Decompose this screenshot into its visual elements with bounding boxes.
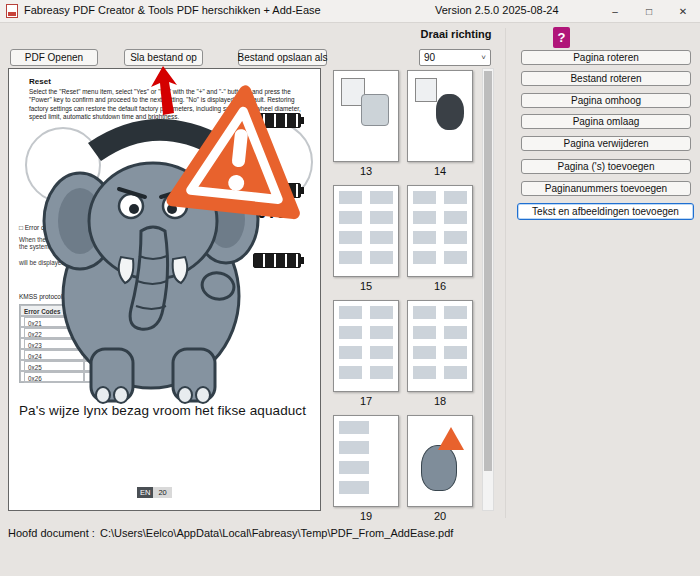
page-thumbnail[interactable]	[333, 300, 399, 392]
add-pages-button[interactable]: Pagina ('s) toevoegen	[521, 159, 691, 174]
close-icon[interactable]: ✕	[666, 0, 700, 22]
thumbnail-content	[339, 76, 393, 156]
save-as-button[interactable]: Bestand opslaan als	[238, 49, 327, 66]
page-footer-badge: EN 20	[137, 487, 172, 498]
save-file-button[interactable]: Sla bestand op	[124, 49, 203, 66]
thumbnail-content	[413, 76, 467, 156]
app-window: Fabreasy PDF Creator & Tools PDF herschi…	[0, 0, 700, 576]
thumbnail-page-number: 14	[407, 165, 473, 177]
thumbnail-content	[413, 306, 467, 386]
page-thumbnail[interactable]	[333, 415, 399, 507]
rotate-file-button[interactable]: Bestand roteren	[521, 71, 691, 86]
page-thumbnail[interactable]	[333, 70, 399, 162]
page-up-button[interactable]: Pagina omhoog	[521, 93, 691, 108]
titlebar: Fabreasy PDF Creator & Tools PDF herschi…	[0, 0, 700, 23]
minimize-icon[interactable]: –	[598, 0, 632, 22]
page-number-badge: 20	[153, 487, 171, 498]
language-badge: EN	[137, 487, 153, 498]
thumbnail-page-number: 13	[333, 165, 399, 177]
thumbnail-content	[339, 306, 393, 386]
open-pdf-button[interactable]: PDF Openen	[10, 49, 98, 66]
thumbnail-page-number: 17	[333, 395, 399, 407]
thumbnail-page-number: 15	[333, 280, 399, 292]
elephant-warning-illustration	[33, 81, 313, 411]
rotate-page-button[interactable]: Pagina roteren	[521, 50, 691, 65]
thumbnail-content	[339, 421, 393, 501]
main-document-label: Hoofd document :	[8, 527, 95, 539]
rotation-value: 90	[424, 52, 435, 63]
add-text-images-button[interactable]: Tekst en afbeeldingen toevoegen	[517, 203, 694, 220]
thumbnail-content	[413, 421, 467, 501]
panel-divider	[505, 28, 506, 518]
thumbnail-page-number: 16	[407, 280, 473, 292]
chevron-down-icon: ˅	[481, 53, 486, 62]
page-thumbnail[interactable]	[333, 185, 399, 277]
page-down-button[interactable]: Pagina omlaag	[521, 114, 691, 129]
rotation-direction-select[interactable]: 90 ˅	[419, 49, 491, 66]
version-label: Version 2.5.0 2025-08-24	[435, 4, 559, 16]
thumbnail-page-number: 20	[407, 510, 473, 522]
page-preview: Reset Select the "Reset" menu item, sele…	[8, 68, 321, 511]
thumbnail-page-number: 18	[407, 395, 473, 407]
window-title: Fabreasy PDF Creator & Tools PDF herschi…	[24, 4, 321, 16]
thumbnail-content	[339, 191, 393, 271]
window-controls: – □ ✕	[598, 0, 700, 22]
help-button[interactable]: ?	[553, 27, 570, 48]
main-document-path: C:\Users\Eelco\AppData\Local\Fabreasy\Te…	[100, 527, 453, 539]
red-arrow-annotation-icon	[150, 66, 186, 116]
scrollbar-thumb[interactable]	[484, 71, 492, 471]
pangram-text: Pa's wijze lynx bezag vroom het fikse aq…	[19, 403, 319, 418]
thumbnail-page-number: 19	[333, 510, 399, 522]
rotation-direction-label: Draai richting	[412, 28, 500, 40]
page-thumbnail[interactable]	[407, 70, 473, 162]
delete-page-button[interactable]: Pagina verwijderen	[521, 136, 691, 151]
pdf-app-icon	[6, 4, 18, 18]
page-thumbnail[interactable]	[407, 415, 473, 507]
thumbnail-content	[413, 191, 467, 271]
maximize-icon[interactable]: □	[632, 0, 666, 22]
page-thumbnail[interactable]	[407, 185, 473, 277]
page-thumbnail[interactable]	[407, 300, 473, 392]
thumbnail-scrollbar[interactable]	[482, 68, 494, 511]
add-page-numbers-button[interactable]: Paginanummers toevoegen	[521, 181, 691, 196]
